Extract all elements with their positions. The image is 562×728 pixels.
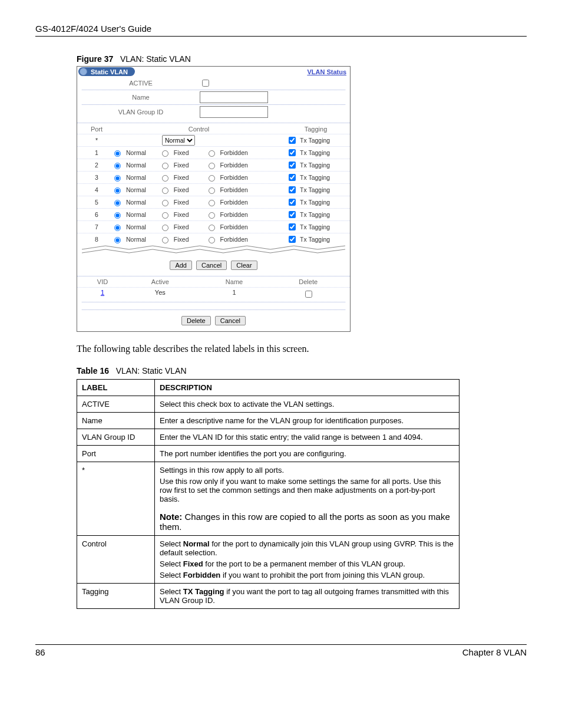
tx-tagging-checkbox[interactable] xyxy=(289,174,296,181)
port-number: 8 xyxy=(82,236,111,243)
control-fixed-radio[interactable] xyxy=(162,175,168,182)
control-normal-radio[interactable] xyxy=(114,163,121,169)
control-forbidden-radio[interactable] xyxy=(209,150,215,157)
vid-link[interactable]: 1 xyxy=(101,289,104,296)
name-input[interactable] xyxy=(200,91,268,103)
table-caption: Table 16 VLAN: Static VLAN xyxy=(77,366,527,375)
name-label: Name xyxy=(82,94,200,101)
control-forbidden-radio[interactable] xyxy=(209,163,215,169)
tx-tagging-checkbox[interactable] xyxy=(289,211,296,218)
port-number: 2 xyxy=(82,162,111,169)
control-fixed-radio[interactable] xyxy=(162,200,168,206)
vlan-list-row: 1 Yes 1 xyxy=(77,287,350,301)
control-fixed-radio[interactable] xyxy=(162,212,168,219)
tx-tagging-checkbox[interactable] xyxy=(289,236,296,243)
control-forbidden-radio[interactable] xyxy=(209,175,215,182)
port-row: 7NormalFixedForbiddenTx Tagging xyxy=(77,220,350,233)
tx-tagging-label: Tx Tagging xyxy=(300,149,330,156)
table-row: Tagging Select TX Tagging if you want th… xyxy=(77,584,459,609)
control-forbidden-label: Forbidden xyxy=(220,162,248,169)
control-fixed-label: Fixed xyxy=(174,211,189,218)
page-header: GS-4012F/4024 User's Guide xyxy=(35,24,527,37)
control-fixed-label: Fixed xyxy=(174,149,189,156)
group-id-input[interactable] xyxy=(200,106,268,118)
tx-tagging-label: Tx Tagging xyxy=(300,186,330,193)
delete-checkbox[interactable] xyxy=(305,291,312,298)
port-row: 3NormalFixedForbiddenTx Tagging xyxy=(77,171,350,183)
tx-tagging-checkbox[interactable] xyxy=(289,186,296,193)
active-label: ACTIVE xyxy=(82,80,200,87)
port-number: 7 xyxy=(82,223,111,230)
control-forbidden-radio[interactable] xyxy=(209,200,215,206)
screenshot-static-vlan: Static VLAN VLAN Status ACTIVE Name VLAN… xyxy=(77,66,351,332)
table-row: ACTIVE Select this check box to activate… xyxy=(77,396,459,413)
control-fixed-radio[interactable] xyxy=(162,163,168,169)
tx-tagging-label: Tx Tagging xyxy=(300,174,330,181)
control-fixed-label: Fixed xyxy=(174,199,189,206)
star-control-select[interactable]: Normal xyxy=(162,135,195,146)
cancel-button[interactable]: Cancel xyxy=(196,261,227,270)
table-row: Port The port number identifies the port… xyxy=(77,446,459,462)
control-fixed-radio[interactable] xyxy=(162,150,168,157)
control-forbidden-radio[interactable] xyxy=(209,212,215,219)
control-normal-radio[interactable] xyxy=(114,237,121,243)
cancel-button-2[interactable]: Cancel xyxy=(215,316,246,325)
control-forbidden-radio[interactable] xyxy=(209,237,215,243)
control-normal-label: Normal xyxy=(126,211,146,218)
control-fixed-radio[interactable] xyxy=(162,225,168,231)
control-forbidden-label: Forbidden xyxy=(220,174,248,181)
star-tag-checkbox[interactable] xyxy=(289,137,296,144)
control-fixed-label: Fixed xyxy=(174,223,189,230)
port-row: 6NormalFixedForbiddenTx Tagging xyxy=(77,208,350,220)
control-fixed-radio[interactable] xyxy=(162,187,168,194)
control-forbidden-label: Forbidden xyxy=(220,223,248,230)
tx-tagging-label: Tx Tagging xyxy=(300,199,330,206)
port-number: 6 xyxy=(82,211,111,218)
clear-button[interactable]: Clear xyxy=(231,261,257,270)
control-normal-label: Normal xyxy=(126,186,146,193)
control-forbidden-radio[interactable] xyxy=(209,187,215,194)
port-number: 1 xyxy=(82,149,111,156)
control-normal-radio[interactable] xyxy=(114,187,121,194)
zigzag-cut-icon xyxy=(82,245,345,253)
delete-cancel-row: Delete Cancel xyxy=(77,310,350,331)
port-row-star: * Normal Tx Tagging xyxy=(77,134,350,146)
control-normal-label: Normal xyxy=(126,174,146,181)
control-normal-label: Normal xyxy=(126,162,146,169)
active-checkbox[interactable] xyxy=(202,80,209,87)
table-row: Control Select Normal for the port to dy… xyxy=(77,536,459,584)
pill-dot-icon xyxy=(80,68,87,75)
port-row: 1NormalFixedForbiddenTx Tagging xyxy=(77,146,350,159)
body-text: The following table describes the relate… xyxy=(77,344,527,354)
control-normal-radio[interactable] xyxy=(114,150,121,157)
control-normal-radio[interactable] xyxy=(114,225,121,231)
port-number: 3 xyxy=(82,174,111,181)
control-normal-radio[interactable] xyxy=(114,200,121,206)
add-button[interactable]: Add xyxy=(170,261,192,270)
tx-tagging-checkbox[interactable] xyxy=(289,199,296,206)
add-cancel-clear-row: Add Cancel Clear xyxy=(77,255,350,276)
vlan-status-link[interactable]: VLAN Status xyxy=(307,68,346,75)
description-table: LABEL DESCRIPTION ACTIVE Select this che… xyxy=(77,379,459,609)
tx-tagging-label: Tx Tagging xyxy=(300,223,330,230)
control-forbidden-label: Forbidden xyxy=(220,236,248,243)
control-normal-label: Normal xyxy=(126,199,146,206)
page-footer: 86 Chapter 8 VLAN xyxy=(35,644,527,657)
table-row: Name Enter a descriptive name for the VL… xyxy=(77,413,459,429)
control-normal-radio[interactable] xyxy=(114,175,121,182)
control-forbidden-label: Forbidden xyxy=(220,211,248,218)
tx-tagging-checkbox[interactable] xyxy=(289,149,296,156)
control-normal-label: Normal xyxy=(126,236,146,243)
group-id-label: VLAN Group ID xyxy=(82,108,200,116)
control-forbidden-label: Forbidden xyxy=(220,186,248,193)
panel-title-pill: Static VLAN xyxy=(78,67,135,76)
tx-tagging-checkbox[interactable] xyxy=(289,162,296,169)
table-header-row: LABEL DESCRIPTION xyxy=(77,380,459,396)
delete-button[interactable]: Delete xyxy=(181,316,211,325)
control-normal-radio[interactable] xyxy=(114,212,121,219)
control-forbidden-radio[interactable] xyxy=(209,225,215,231)
vlan-list-header: VID Active Name Delete xyxy=(77,276,350,287)
control-fixed-radio[interactable] xyxy=(162,237,168,243)
control-fixed-label: Fixed xyxy=(174,174,189,181)
tx-tagging-checkbox[interactable] xyxy=(289,223,296,230)
